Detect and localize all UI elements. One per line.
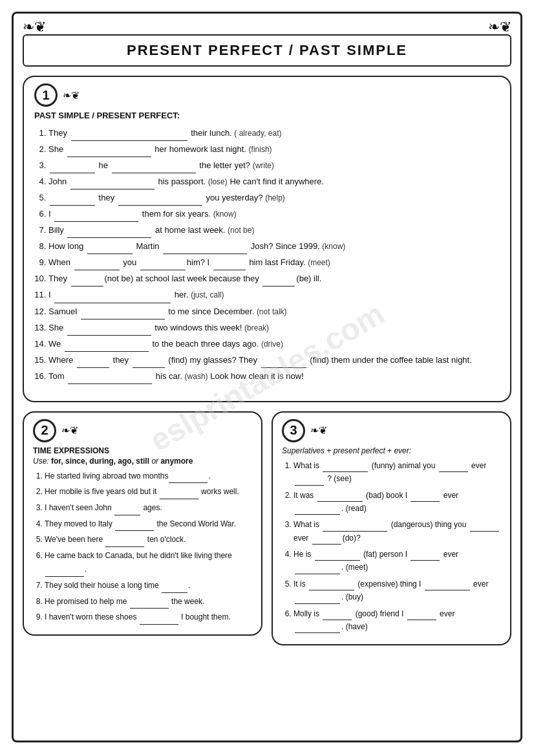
list-item: He started living abroad two months. bbox=[45, 470, 252, 484]
blank bbox=[71, 132, 187, 141]
blank bbox=[470, 523, 499, 532]
blank bbox=[261, 359, 306, 368]
blank bbox=[315, 552, 360, 561]
section3-box: 3 ❧❦ Superlatives + present perfect + ev… bbox=[272, 411, 511, 646]
list-item: I her. (just, call) bbox=[48, 287, 500, 303]
list-item: he the letter yet? (write) bbox=[48, 158, 500, 173]
list-item: How long Martin Josh? Since 1999. (know) bbox=[48, 239, 500, 254]
list-item: Tom his car. (wash) Look how clean it is… bbox=[48, 369, 500, 384]
page-title: PRESENT PERFECT / PAST SIMPLE bbox=[24, 42, 510, 59]
section2-keyword-last: anymore bbox=[160, 457, 193, 466]
blank bbox=[425, 582, 470, 590]
section1-list: They their lunch. ( already, eat) She he… bbox=[34, 125, 500, 384]
blank bbox=[87, 245, 133, 254]
blank bbox=[295, 566, 340, 574]
list-item: I haven't worn these shoes I bought them… bbox=[45, 610, 252, 625]
blank bbox=[105, 539, 144, 547]
blank bbox=[160, 491, 198, 499]
section1-number: 1 bbox=[34, 83, 58, 107]
list-item: They sold their house a long time . bbox=[45, 579, 252, 593]
blank bbox=[140, 616, 178, 625]
blank bbox=[407, 612, 436, 620]
blank bbox=[262, 277, 295, 286]
list-item: What is (dangerous) thing you ever (do)? bbox=[294, 518, 501, 545]
blank bbox=[411, 552, 440, 561]
section1-content: PAST SIMPLE / PRESENT PERFECT: They thei… bbox=[34, 111, 500, 384]
corner-flower-tl: ❧❦ bbox=[23, 20, 46, 34]
blank bbox=[295, 625, 340, 633]
blank bbox=[77, 359, 109, 368]
section2-list: He started living abroad two months. Her… bbox=[33, 470, 252, 625]
section1-box: 1 ❧❦ PAST SIMPLE / PRESENT PERFECT: They… bbox=[23, 76, 511, 402]
section3-header: 3 ❧❦ bbox=[282, 419, 501, 442]
list-item: When you him? I him last Friday. (meet) bbox=[48, 255, 500, 270]
section2-subtitle: Use: for, since, during, ago, still or a… bbox=[33, 457, 252, 466]
section1-header: 1 ❧❦ bbox=[34, 83, 500, 107]
section1-deco: ❧❦ bbox=[63, 89, 80, 102]
list-item: They (not be) at school last week becaus… bbox=[48, 271, 500, 286]
blank bbox=[439, 464, 468, 472]
blank bbox=[169, 475, 208, 483]
list-item: Where they (find) my glasses? They (find… bbox=[48, 352, 500, 368]
blank bbox=[163, 245, 247, 254]
blank bbox=[118, 197, 202, 206]
blank bbox=[213, 261, 246, 270]
blank bbox=[312, 536, 341, 545]
blank bbox=[162, 585, 187, 593]
blank bbox=[112, 164, 196, 173]
blank bbox=[54, 294, 171, 303]
list-item: They moved to Italy the Second World War… bbox=[45, 517, 252, 532]
blank bbox=[68, 375, 152, 384]
blank bbox=[323, 612, 352, 620]
section2-box: 2 ❧❦ TIME EXPRESSIONS Use: for, since, d… bbox=[23, 411, 262, 636]
blank bbox=[71, 277, 103, 286]
title-box: PRESENT PERFECT / PAST SIMPLE bbox=[23, 34, 511, 67]
blank bbox=[317, 493, 363, 502]
blank bbox=[81, 310, 165, 319]
list-item: They their lunch. ( already, eat) bbox=[48, 125, 500, 141]
page-container: eslprintables.com ❧❦ ❧❦ PRESENT PERFECT … bbox=[12, 12, 522, 742]
section2-header: 2 ❧❦ bbox=[33, 419, 252, 442]
section2-number: 2 bbox=[33, 419, 56, 442]
bottom-row: 2 ❧❦ TIME EXPRESSIONS Use: for, since, d… bbox=[23, 411, 511, 646]
list-item: I haven't seen John ages. bbox=[45, 501, 252, 515]
blank bbox=[70, 180, 155, 189]
corner-decoration-top: ❧❦ ❧❦ bbox=[23, 20, 511, 34]
list-item: It is (expensive) thing I ever . (buy) bbox=[294, 578, 501, 604]
section2-keywords: for, since, during, ago, still bbox=[51, 457, 149, 466]
list-item: Samuel to me since December. (not talk) bbox=[48, 304, 500, 319]
section2-deco: ❧❦ bbox=[61, 424, 78, 437]
list-item: Molly is (good) friend I ever. (have) bbox=[294, 607, 501, 634]
section1-label: PAST SIMPLE / PRESENT PERFECT: bbox=[34, 111, 500, 120]
blank bbox=[309, 582, 354, 590]
blank bbox=[50, 164, 95, 173]
blank bbox=[74, 261, 120, 270]
blank bbox=[295, 506, 340, 515]
blank bbox=[114, 507, 140, 515]
list-item: Billy at home last week. (not be) bbox=[48, 222, 500, 238]
blank bbox=[295, 477, 324, 486]
blank bbox=[130, 600, 169, 609]
corner-flower-tr: ❧❦ bbox=[488, 20, 511, 34]
blank bbox=[50, 197, 95, 206]
list-item: We to the beach three days ago. (drive) bbox=[48, 336, 500, 352]
blank bbox=[65, 343, 149, 352]
list-item: It was (bad) book I ever . (read) bbox=[294, 489, 501, 515]
blank bbox=[411, 493, 440, 502]
blank bbox=[45, 568, 84, 577]
list-item: He promised to help me the week. bbox=[45, 595, 252, 609]
blank bbox=[115, 523, 154, 531]
blank bbox=[140, 261, 186, 270]
section3-number: 3 bbox=[282, 419, 305, 442]
list-item: She her homework last night. (finish) bbox=[48, 142, 500, 157]
blank bbox=[323, 523, 387, 532]
blank bbox=[67, 148, 151, 157]
blank bbox=[323, 464, 368, 472]
blank bbox=[54, 213, 138, 222]
section3-title: Superlatives + present perfect + ever: bbox=[282, 446, 501, 455]
blank bbox=[295, 596, 340, 604]
list-item: We've been here ten o'clock. bbox=[45, 533, 252, 547]
section2-title: TIME EXPRESSIONS bbox=[33, 446, 252, 455]
blank bbox=[67, 327, 151, 336]
list-item: He is (fat) person I ever . (meet) bbox=[294, 548, 501, 574]
